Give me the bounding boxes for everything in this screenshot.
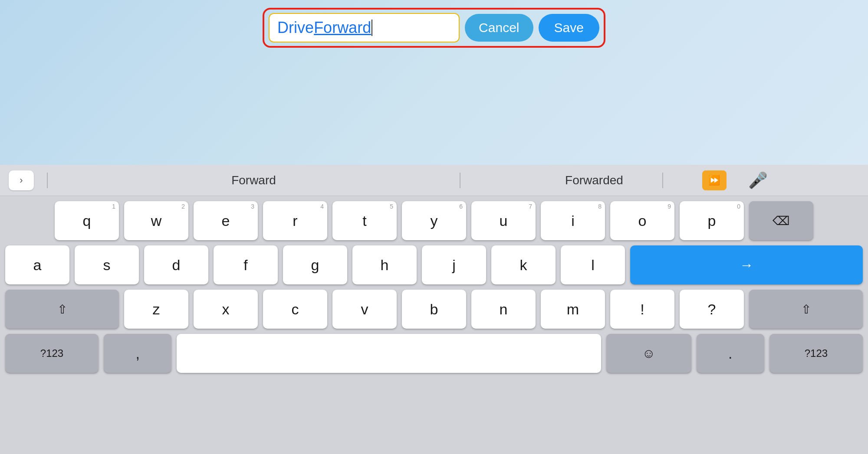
save-button[interactable]: Save (539, 14, 599, 42)
suggestion-forward[interactable]: Forward (61, 173, 447, 187)
key-a[interactable]: a (5, 245, 69, 284)
return-key[interactable]: → (630, 245, 863, 284)
key-w[interactable]: w2 (124, 201, 188, 240)
key-u[interactable]: u7 (471, 201, 536, 240)
input-bar-container: Drive Forward Cancel Save (263, 8, 605, 48)
divider-middle (460, 173, 460, 188)
suggestion-forwarded[interactable]: Forwarded (565, 173, 623, 187)
keyboard-row-4: ?123 , ☺ . ?123 (5, 334, 863, 373)
key-f[interactable]: f (214, 245, 278, 284)
key-q[interactable]: q1 (55, 201, 119, 240)
keys-area: q1 w2 e3 r4 t5 y6 u7 i8 o9 p0 ⌫ a s d f … (0, 196, 868, 454)
suggestion-right-area: Forwarded ⏩ 🎤 (473, 170, 859, 190)
key-i[interactable]: i8 (541, 201, 605, 240)
backspace-key[interactable]: ⌫ (749, 201, 813, 240)
fast-forward-icon[interactable]: ⏩ (702, 170, 727, 190)
chevron-right-icon: › (20, 175, 23, 186)
key-question[interactable]: ? (680, 290, 744, 329)
keyboard-row-1: q1 w2 e3 r4 t5 y6 u7 i8 o9 p0 ⌫ (5, 201, 863, 240)
key-t[interactable]: t5 (332, 201, 397, 240)
key-c[interactable]: c (263, 290, 327, 329)
key-m[interactable]: m (541, 290, 605, 329)
shift-left-key[interactable]: ⇧ (5, 290, 119, 329)
key-z[interactable]: z (124, 290, 188, 329)
key-s[interactable]: s (75, 245, 139, 284)
key-b[interactable]: b (402, 290, 466, 329)
key-j[interactable]: j (422, 245, 486, 284)
input-text-drive: Drive (277, 19, 314, 37)
expand-suggestions-button[interactable]: › (9, 170, 34, 190)
emoji-key[interactable]: ☺ (606, 334, 691, 373)
period-key[interactable]: . (697, 334, 764, 373)
key-v[interactable]: v (332, 290, 397, 329)
key-e[interactable]: e3 (194, 201, 258, 240)
key-k[interactable]: k (491, 245, 556, 284)
key-exclamation[interactable]: ! (610, 290, 674, 329)
key-h[interactable]: h (352, 245, 417, 284)
key-p[interactable]: p0 (680, 201, 744, 240)
space-key[interactable] (177, 334, 601, 373)
keyboard-row-2: a s d f g h j k l → (5, 245, 863, 284)
microphone-icon[interactable]: 🎤 (748, 171, 768, 189)
key-l[interactable]: l (561, 245, 625, 284)
comma-key[interactable]: , (104, 334, 171, 373)
divider-right (662, 173, 663, 188)
key-x[interactable]: x (194, 290, 258, 329)
key-o[interactable]: o9 (610, 201, 674, 240)
keyboard-row-3: ⇧ z x c v b n m ! ? ⇧ (5, 290, 863, 329)
shift-right-key[interactable]: ⇧ (749, 290, 863, 329)
key-n[interactable]: n (471, 290, 536, 329)
keyboard-area: › Forward Forwarded ⏩ 🎤 q1 w2 e3 r4 t5 y… (0, 165, 868, 454)
numeric-right-key[interactable]: ?123 (769, 334, 863, 373)
key-d[interactable]: d (144, 245, 208, 284)
divider-left (47, 173, 48, 188)
key-r[interactable]: r4 (263, 201, 327, 240)
top-area: Drive Forward Cancel Save (0, 0, 868, 165)
suggestions-row: › Forward Forwarded ⏩ 🎤 (0, 165, 868, 196)
key-y[interactable]: y6 (402, 201, 466, 240)
input-text-forward: Forward (314, 19, 371, 37)
key-g[interactable]: g (283, 245, 347, 284)
numeric-left-key[interactable]: ?123 (5, 334, 99, 373)
cancel-button[interactable]: Cancel (465, 14, 533, 42)
